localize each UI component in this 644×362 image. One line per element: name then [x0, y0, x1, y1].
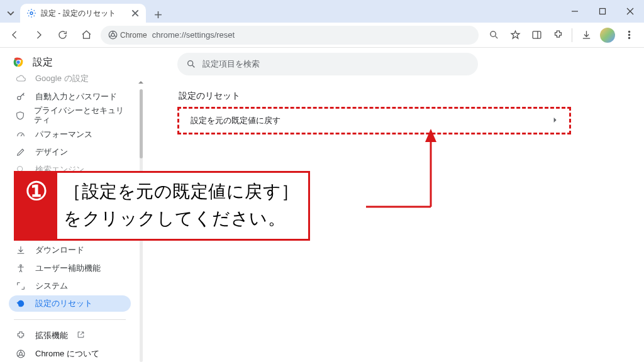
address-bar[interactable]: Chrome chrome://settings/reset	[101, 26, 479, 45]
svg-point-6	[628, 31, 630, 32]
sidebar-item-privacy[interactable]: プライバシーとセキュリティ	[9, 106, 131, 125]
reset-icon	[15, 298, 26, 309]
sidebar-item-system[interactable]: システム	[9, 278, 131, 294]
svg-point-15	[20, 265, 22, 266]
search-icon[interactable]	[484, 26, 504, 45]
search-icon	[186, 59, 196, 69]
chrome-chip: Chrome	[108, 30, 147, 40]
sidebar-item-performance[interactable]: パフォーマンス	[9, 126, 131, 143]
svg-point-12	[18, 96, 21, 99]
sidebar-item-reset[interactable]: 設定のリセット	[9, 295, 131, 312]
expand-icon	[15, 280, 26, 292]
chrome-logo-icon	[11, 55, 25, 69]
svg-point-0	[30, 12, 33, 14]
page-title: 設定	[33, 56, 53, 69]
extensions-icon[interactable]	[548, 26, 568, 45]
sidebar-item-accessibility[interactable]: ユーザー補助機能	[9, 260, 131, 276]
settings-search-placeholder: 設定項目を検索	[203, 58, 260, 70]
reload-button[interactable]	[53, 26, 72, 45]
accessibility-icon	[15, 263, 26, 274]
step-number: ①	[16, 173, 57, 239]
forward-button[interactable]	[29, 26, 48, 45]
cloud-icon	[15, 74, 26, 84]
chevron-right-icon	[553, 116, 558, 125]
sidebar-item-extensions[interactable]: 拡張機能	[9, 327, 131, 344]
new-tab-button[interactable]	[150, 6, 166, 23]
home-button[interactable]	[77, 26, 96, 45]
pen-icon	[15, 146, 26, 158]
close-icon[interactable]	[131, 9, 140, 18]
bookmark-icon[interactable]	[505, 26, 525, 45]
window-maximize-button[interactable]	[589, 0, 616, 23]
sidebar-item-about[interactable]: Chrome について	[9, 346, 131, 362]
sidebar-item-appearance[interactable]: デザイン	[9, 144, 131, 160]
chevron-up-icon	[138, 77, 144, 88]
browser-toolbar: Chrome chrome://settings/reset	[0, 23, 644, 48]
tab-list-collapse[interactable]	[4, 4, 18, 23]
svg-point-7	[628, 34, 630, 35]
settings-search[interactable]: 設定項目を検索	[177, 53, 478, 75]
profile-avatar[interactable]	[597, 26, 618, 45]
external-link-icon	[77, 331, 85, 341]
window-close-button[interactable]	[616, 0, 644, 23]
url-text: chrome://settings/reset	[152, 30, 235, 40]
svg-point-3	[111, 33, 114, 36]
gear-icon	[26, 8, 36, 18]
speedometer-icon	[15, 129, 26, 140]
shield-icon	[15, 110, 25, 121]
svg-point-4	[490, 31, 496, 37]
browser-tab[interactable]: 設定 - 設定のリセット	[20, 4, 146, 23]
tab-title: 設定 - 設定のリセット	[41, 8, 126, 19]
key-icon	[15, 91, 26, 102]
svg-point-17	[19, 352, 23, 355]
svg-rect-1	[600, 9, 606, 14]
sidebar-item-downloads[interactable]: ダウンロード	[9, 242, 131, 258]
reset-settings-label: 設定を元の既定値に戻す	[191, 116, 280, 126]
svg-rect-5	[533, 31, 541, 38]
sidebar-item-autofill[interactable]: 自動入力とパスワード	[9, 88, 131, 104]
sidebar-item-google[interactable]: Google の設定	[9, 74, 131, 87]
window-titlebar: 設定 - 設定のリセット	[0, 0, 644, 23]
svg-point-18	[188, 61, 193, 66]
window-minimize-button[interactable]	[561, 0, 589, 23]
svg-point-8	[628, 37, 630, 38]
chrome-icon	[15, 348, 26, 359]
instruction-callout: ① ［設定を元の既定値に戻す］ をクリックしてください。	[14, 171, 310, 241]
panel-icon[interactable]	[526, 26, 547, 45]
menu-icon[interactable]	[619, 26, 639, 45]
download-icon[interactable]	[576, 26, 596, 45]
section-title: 設定のリセット	[179, 90, 644, 102]
back-button[interactable]	[5, 26, 24, 45]
download-icon	[15, 244, 26, 256]
settings-appbar: 設定	[0, 48, 146, 74]
puzzle-icon	[15, 330, 26, 341]
reset-settings-row[interactable]: 設定を元の既定値に戻す	[177, 107, 571, 134]
instruction-text: ［設定を元の既定値に戻す］ をクリックしてください。	[57, 173, 308, 239]
